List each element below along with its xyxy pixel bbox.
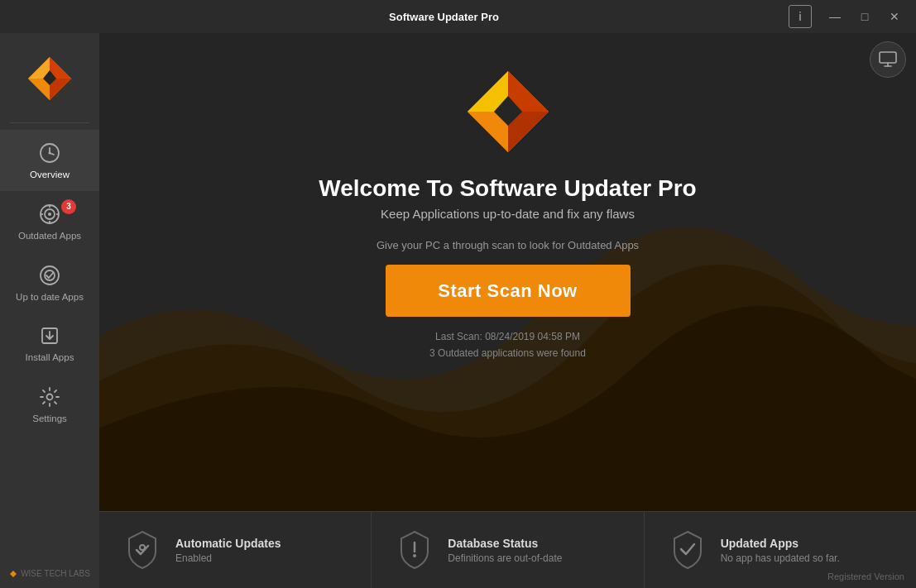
maximize-button[interactable]: □ <box>853 5 876 28</box>
svg-point-30 <box>140 545 145 550</box>
sidebar-footer-label: WISE TECH LABS <box>21 569 90 578</box>
svg-rect-21 <box>880 52 896 63</box>
titlebar: Software Updater Pro i — □ ✕ <box>0 0 916 33</box>
auto-updates-desc: Enabled <box>175 552 281 564</box>
svg-point-18 <box>47 394 53 400</box>
outdated-apps-icon <box>38 203 61 226</box>
uptodate-apps-icon <box>38 264 61 287</box>
install-apps-icon <box>38 324 61 347</box>
overview-icon <box>38 141 61 165</box>
sidebar-item-uptodate-label: Up to date Apps <box>16 292 84 304</box>
info-button[interactable]: i <box>789 5 812 28</box>
status-card-auto-updates: Automatic Updates Enabled <box>99 512 372 588</box>
sidebar-divider <box>10 122 89 123</box>
auto-updates-icon <box>122 528 162 571</box>
sidebar-item-overview-label: Overview <box>30 170 70 181</box>
footer-logo-icon <box>9 570 17 578</box>
sidebar-item-settings-label: Settings <box>32 414 67 425</box>
outdated-badge: 3 <box>61 199 76 214</box>
sidebar-item-install-apps[interactable]: Install Apps <box>0 313 99 374</box>
welcome-subtitle: Keep Applications up-to-date and fix any… <box>381 207 635 221</box>
last-scan-info: Last Scan: 08/24/2019 04:58 PM 3 Outdate… <box>429 328 586 362</box>
start-scan-button[interactable]: Start Scan Now <box>386 265 631 317</box>
sidebar-footer: WISE TECH LABS <box>0 559 99 588</box>
sidebar-item-install-label: Install Apps <box>26 352 74 364</box>
content-logo-icon <box>463 66 554 157</box>
sidebar: Overview 3 Outdated Apps <box>0 33 99 588</box>
titlebar-title: Software Updater Pro <box>99 11 789 23</box>
title-bold: Pro <box>481 11 499 23</box>
auto-updates-title: Automatic Updates <box>175 537 281 550</box>
monitor-button[interactable] <box>870 41 906 78</box>
scan-hint: Give your PC a through scan to look for … <box>376 239 639 251</box>
sidebar-item-uptodate-apps[interactable]: Up to date Apps <box>0 252 99 313</box>
updated-apps-desc: No app has updated so far. <box>721 552 840 564</box>
svg-marker-19 <box>10 571 17 577</box>
title-text: Software Updater <box>389 11 481 23</box>
svg-point-32 <box>413 554 416 557</box>
sidebar-item-overview[interactable]: Overview <box>0 130 99 191</box>
titlebar-controls: i — □ ✕ <box>789 5 906 28</box>
updated-apps-title: Updated Apps <box>721 537 840 550</box>
sidebar-logo <box>0 41 99 116</box>
found-label: 3 Outdated applications were found <box>429 345 586 361</box>
updated-apps-icon <box>668 528 707 571</box>
sidebar-item-outdated-apps[interactable]: 3 Outdated Apps <box>0 191 99 252</box>
sidebar-item-outdated-label: Outdated Apps <box>18 231 81 242</box>
monitor-icon <box>879 51 897 68</box>
minimize-button[interactable]: — <box>823 5 846 28</box>
content-area: Welcome To Software Updater Pro Keep App… <box>99 33 916 588</box>
database-desc: Definitions are out-of-date <box>448 552 562 564</box>
sidebar-logo-icon <box>25 54 74 103</box>
sidebar-item-settings[interactable]: Settings <box>0 374 99 435</box>
last-scan-date: Last Scan: 08/24/2019 04:58 PM <box>429 328 586 345</box>
svg-point-7 <box>49 152 51 155</box>
main-layout: Overview 3 Outdated Apps <box>0 33 916 588</box>
content-main: Welcome To Software Updater Pro Keep App… <box>99 33 916 588</box>
welcome-title: Welcome To Software Updater Pro <box>319 175 696 202</box>
updated-apps-text: Updated Apps No app has updated so far. <box>721 537 840 564</box>
settings-icon <box>38 385 61 409</box>
database-text: Database Status Definitions are out-of-d… <box>448 537 562 564</box>
database-title: Database Status <box>448 537 562 550</box>
close-button[interactable]: ✕ <box>883 5 906 28</box>
database-icon <box>395 528 434 571</box>
registered-label: Registered Version <box>827 571 904 581</box>
status-card-database: Database Status Definitions are out-of-d… <box>372 512 644 588</box>
status-cards: Automatic Updates Enabled Databas <box>99 511 916 588</box>
content-logo <box>463 66 554 160</box>
auto-updates-text: Automatic Updates Enabled <box>175 537 281 564</box>
svg-point-10 <box>48 213 51 216</box>
svg-point-15 <box>41 266 59 284</box>
